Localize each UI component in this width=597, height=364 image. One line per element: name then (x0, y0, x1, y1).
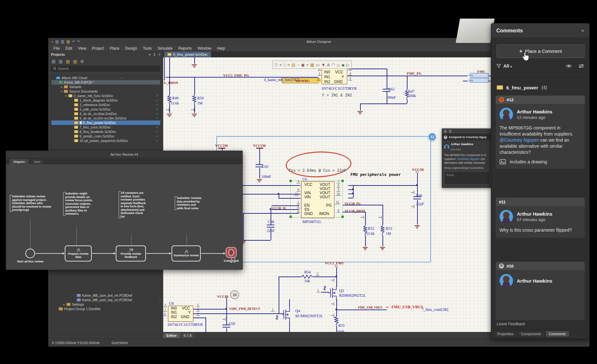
tree-item[interactable]: 8_fmu_bootleds.SchDoc ✓ (51, 129, 160, 134)
grid-icon[interactable]: ▦ (310, 63, 314, 67)
visibility-icon[interactable] (566, 64, 572, 68)
tree-item[interactable]: 3_pdb_conn.SchDoc ✓ (51, 107, 160, 112)
tree-item[interactable]: 9_periph_conn.SchDoc ✓ (51, 134, 160, 138)
menu-item[interactable]: Reports (178, 46, 192, 51)
probe-icon[interactable]: ◉ (301, 63, 305, 67)
arc-icon[interactable]: ◠ (332, 63, 335, 67)
marker-icon[interactable]: ▼ (321, 63, 325, 67)
check-icon: ✓ (156, 81, 160, 84)
attachment-row[interactable]: includes a drawing (500, 159, 581, 164)
tab-6-fmu-power[interactable]: 6_fmu_power.SchDoc (164, 52, 211, 57)
place-wire-icon[interactable]: + (279, 63, 282, 67)
filter-icon[interactable]: ▽ (274, 63, 278, 67)
port-fmu[interactable]: PG EN (467, 73, 489, 83)
next-comment-icon[interactable]: ❯ (448, 129, 452, 133)
tree-item[interactable]: 1_block_diagram.SchDoc ✓ (51, 98, 160, 103)
save-doc-icon[interactable]: ▤ (52, 59, 55, 64)
menu-item[interactable]: Tools (143, 46, 152, 51)
close-icon[interactable]: × (158, 53, 160, 56)
tree-item[interactable]: Project Group 1.DsnWrk (54, 307, 161, 311)
expand-icon[interactable] (231, 258, 235, 263)
align-icon[interactable]: ≡ (287, 63, 290, 67)
folder-search-icon[interactable]: ▨ (66, 59, 70, 64)
tree-item[interactable]: ▸ Variants (51, 85, 160, 89)
close-icon[interactable]: × (581, 28, 584, 33)
text-icon[interactable]: A (327, 63, 330, 67)
comment-card-12[interactable]: #12 Arthur Hawkins 12 minutes ago The MP… (496, 95, 585, 169)
tree-item[interactable]: 5_dc-dc_vcc5m-vcc3m.SchDoc ✓ (51, 116, 160, 120)
panel-tab[interactable]: Comments (545, 331, 569, 337)
tree-item[interactable]: ▸ Settings (54, 302, 161, 307)
sheet-icon[interactable]: ▤ (291, 63, 295, 67)
flow-end-node[interactable] (226, 247, 237, 258)
schematic-label: EN (304, 203, 310, 208)
selection-icon[interactable]: □ (283, 63, 286, 67)
menu-item[interactable]: Help (217, 46, 225, 51)
comment-card-11[interactable]: #11 Arthur Hawkins 57 minutes ago Why is… (496, 198, 585, 238)
expand-icon[interactable]: ▸ (63, 303, 66, 306)
editor-tab[interactable]: Editor (163, 333, 180, 338)
more-icon[interactable]: ⋯ (120, 76, 125, 80)
tree-item[interactable]: Kame_MB_asm_top_rm.PCBDwf ✓ (54, 298, 161, 302)
wave-icon[interactable]: ≈ (306, 63, 308, 67)
poly-icon[interactable]: ◇ (337, 63, 340, 67)
menu-item[interactable]: Simulate (158, 46, 173, 51)
tree-item[interactable]: 7_fmu_conn.SchDoc ✓ (51, 125, 160, 129)
menu-item[interactable]: Window (198, 46, 211, 51)
tree-item[interactable]: 2_reference.SchDoc ✓ (51, 103, 160, 107)
settings-sliders-icon[interactable] (579, 64, 584, 68)
tree-item[interactable]: ▾ 0_kame_mb_func.SchDoc ✓ (51, 94, 160, 98)
review-note: Submitter might provide details on revie… (63, 192, 95, 216)
comment-card-10[interactable]: #10 Arthur Hawkins (496, 262, 585, 320)
port-fmu-usb-vbus[interactable]: FMU_USB_VBUS (391, 305, 423, 310)
tree-item[interactable]: ▾ Source Documents (51, 89, 160, 94)
tree-item[interactable]: Kame_MB_asm_bot_rm.PCBDwf ✓ (54, 293, 161, 298)
flow-step-box[interactable]: Summarize review (172, 245, 201, 261)
tree-item[interactable]: 4_dc-dc_vcc3sw.SchDoc ✓ (51, 112, 160, 116)
reply-input[interactable]: Reply (444, 171, 490, 185)
filter-all-dropdown[interactable]: All ▾ (503, 63, 512, 69)
file-type-icon (74, 121, 78, 124)
menu-item[interactable]: Project (92, 46, 104, 51)
settings-icon[interactable]: ⚙ (80, 59, 84, 64)
menu-item[interactable]: View (78, 46, 86, 51)
menu-item[interactable]: Design (125, 46, 137, 51)
comments-doc-section[interactable]: 6_fmu_power (4) (497, 84, 584, 91)
flow-start-node[interactable] (25, 249, 35, 258)
panel-tab[interactable]: Properties (494, 331, 517, 337)
comment-badge-10[interactable]: 10 (230, 290, 239, 299)
filter-icon[interactable] (497, 64, 501, 68)
dialog-tab[interactable]: Data (30, 159, 45, 164)
schematic-label: PG (326, 203, 332, 208)
dropdown-icon[interactable]: ▾ (149, 53, 151, 56)
tree-item[interactable]: Kame_MB.PrjPCB * ✓ (51, 80, 160, 85)
panel-tab[interactable]: Components (517, 331, 544, 337)
dialog-tab[interactable]: Diagram (9, 159, 29, 164)
rect-icon[interactable]: ▭ (316, 63, 320, 67)
menu-item[interactable]: Place (110, 46, 119, 51)
run-icon[interactable]: ▷ (346, 63, 349, 67)
expand-icon[interactable]: ▾ (61, 90, 64, 93)
expand-icon[interactable]: ▸ (61, 86, 64, 88)
folder-settings-icon[interactable]: ▧ (73, 59, 77, 64)
menu-item[interactable]: File (54, 46, 60, 51)
pin-icon[interactable]: ↧ (153, 53, 156, 56)
place-comment-button[interactable]: + Place a Comment (497, 45, 584, 58)
tree-item[interactable]: Altium 365 Cloud ⋯ (51, 76, 160, 80)
comment-badge-12[interactable]: 12 (428, 133, 436, 141)
show-screenshot-link[interactable]: Show original design screenshot (444, 166, 490, 170)
tree-item[interactable]: 6_fmu_power.SchDoc ✓ (51, 120, 160, 125)
place-part-icon[interactable]: ◆ (341, 63, 345, 67)
tree-item[interactable]: 10 rpi_power_sequence.SchDoc ✓ (51, 138, 160, 143)
signal-icon[interactable]: ~ (297, 63, 299, 67)
flow-step-box[interactable]: Prepare review data (65, 245, 92, 261)
menu-item[interactable]: Edit (65, 46, 72, 51)
expand-icon[interactable]: ▾ (65, 95, 68, 97)
search-input[interactable]: Search (51, 66, 160, 71)
mention[interactable]: Courtney Nguyen (457, 157, 480, 161)
leave-feedback-link[interactable]: Leave Feedback (497, 322, 525, 326)
copy-icon[interactable]: ▥ (59, 59, 63, 64)
flow-step-box[interactable]: Provide review feedback (116, 245, 146, 261)
mention[interactable]: @Courtney Nguyen (500, 137, 539, 143)
prev-comment-icon[interactable]: ❮ (443, 129, 447, 133)
